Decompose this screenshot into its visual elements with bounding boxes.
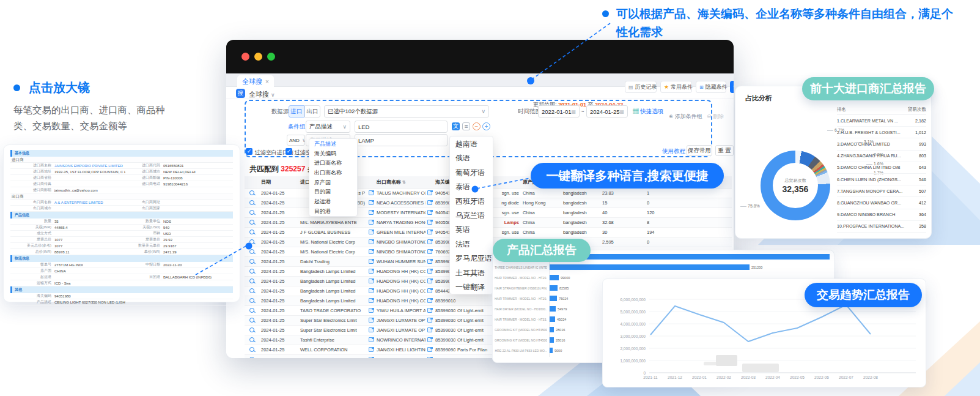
magnifier-icon[interactable] — [249, 347, 254, 352]
external-link-icon[interactable] — [369, 259, 374, 264]
lang-menu-item[interactable]: 葡萄牙语 — [450, 165, 493, 179]
lang-menu-item[interactable]: 乌克兰语 — [450, 208, 493, 222]
export-toggle[interactable]: 出口 — [304, 105, 320, 118]
external-link-icon[interactable] — [427, 239, 432, 244]
lang-menu-item[interactable]: 土耳其语 — [450, 266, 493, 280]
lang-menu-item[interactable]: 越南语 — [450, 136, 493, 151]
lang-menu-item[interactable]: 西班牙语 — [450, 194, 493, 208]
magnifier-icon[interactable] — [249, 298, 254, 303]
save-favorite-button[interactable]: 保存常用 — [687, 145, 712, 156]
magnifier-icon[interactable] — [249, 249, 254, 254]
external-link-icon[interactable] — [427, 337, 432, 342]
external-link-icon[interactable] — [369, 298, 374, 303]
translate-icon[interactable]: 文 — [452, 122, 460, 130]
external-link-icon[interactable] — [369, 288, 374, 293]
magnifier-icon[interactable] — [249, 278, 254, 283]
import-toggle[interactable]: 进口 — [289, 105, 304, 118]
magnifier-icon[interactable] — [249, 200, 254, 205]
external-link-icon[interactable] — [369, 337, 374, 342]
list-item[interactable]: 10.PROSPACE INTERNATIONA...358 — [837, 221, 926, 233]
external-link-icon[interactable] — [369, 239, 374, 244]
app-select[interactable]: 全球搜 ∨ — [249, 90, 275, 99]
list-item[interactable]: 4.ZHANGJIAGANG YIHUA RU...803 — [837, 151, 926, 162]
date-from-input[interactable]: 2022-01-01▦ — [538, 105, 580, 118]
external-link-icon[interactable] — [369, 357, 374, 359]
field-menu-item[interactable]: 目的港 — [309, 206, 357, 216]
external-link-icon[interactable] — [427, 259, 432, 264]
lang-menu-item[interactable]: 俄语 — [450, 151, 493, 165]
external-link-icon[interactable] — [369, 327, 374, 332]
external-link-icon[interactable] — [427, 220, 432, 225]
and-or-select[interactable]: AND∨ — [287, 135, 305, 146]
lang-menu-item[interactable]: 泰语 — [450, 179, 493, 193]
field-menu-item[interactable]: 产品描述 — [309, 139, 357, 149]
tutorial-link[interactable]: 使用教程 — [662, 148, 685, 155]
external-link-icon[interactable] — [427, 308, 432, 313]
external-link-icon[interactable] — [369, 318, 374, 323]
keyword-input-2[interactable]: LAMP — [355, 134, 448, 146]
delete-group[interactable]: ⊖ 删除 — [707, 113, 724, 121]
external-link-icon[interactable] — [369, 190, 374, 195]
history-button[interactable]: ▤历史记录 — [625, 81, 657, 93]
external-link-icon[interactable] — [369, 269, 374, 274]
list-item[interactable]: 8.GUANGZHOU WANBAO GR...412 — [837, 197, 926, 209]
match-mode-icon[interactable]: ≣ — [462, 122, 470, 130]
external-link-icon[interactable] — [369, 308, 374, 313]
close-tab-icon[interactable]: × — [265, 78, 269, 85]
external-link-icon[interactable] — [369, 210, 374, 215]
magnifier-icon[interactable] — [249, 337, 254, 342]
external-link-icon[interactable] — [427, 210, 432, 215]
magnifier-icon[interactable] — [249, 220, 254, 225]
list-item[interactable]: 7.TANGSHAN MONOPY CERA...507 — [837, 185, 926, 197]
list-item[interactable]: 5.DAMCO CHINA LIM ITED O/B643 — [837, 162, 926, 174]
external-link-icon[interactable] — [427, 347, 432, 352]
quick-search-button[interactable]: 快速搜索 — [730, 81, 734, 93]
field-select-1[interactable]: 产品描述∨ — [306, 121, 350, 133]
magnifier-icon[interactable] — [249, 269, 254, 274]
lang-menu-item[interactable]: 英语 — [450, 222, 493, 236]
external-link-icon[interactable] — [427, 249, 432, 254]
external-link-icon[interactable] — [427, 269, 432, 274]
tab-global-search[interactable]: 全球搜× — [237, 75, 274, 87]
external-link-icon[interactable] — [369, 220, 374, 225]
magnifier-icon[interactable] — [249, 288, 254, 293]
favorite-conditions-button[interactable]: ★常用条件 — [660, 81, 692, 93]
datasource-select[interactable]: 已选中102个数据源∨ — [324, 105, 489, 118]
close-window-icon[interactable] — [241, 53, 249, 61]
magnifier-icon[interactable] — [249, 230, 254, 234]
minimize-window-icon[interactable] — [254, 53, 262, 61]
external-link-icon[interactable] — [427, 357, 432, 359]
external-link-icon[interactable] — [369, 200, 374, 205]
date-to-input[interactable]: 2024-01-25▦ — [586, 105, 628, 118]
external-link-icon[interactable] — [427, 298, 432, 303]
quick-options-link[interactable]: ▦ 快捷选项 — [633, 108, 663, 116]
external-link-icon[interactable] — [427, 288, 432, 293]
lang-menu-item[interactable]: 罗马尼亚语 — [450, 251, 493, 265]
list-item[interactable]: 1.CLEARWATER METAL VN ...2,182 — [837, 115, 926, 127]
lang-menu-item[interactable]: 一键翻译 — [450, 280, 493, 294]
list-item[interactable]: 3.DAMCO CHINA LIMITED993 — [837, 138, 926, 150]
magnifier-icon[interactable] — [249, 308, 254, 313]
magnifier-icon[interactable] — [249, 357, 254, 359]
add-condition-group[interactable]: ⊕ 添加条件组 — [669, 113, 702, 121]
magnifier-icon[interactable] — [249, 190, 254, 195]
magnifier-icon[interactable] — [249, 259, 254, 264]
add-condition-icon[interactable]: + — [482, 122, 490, 130]
field-menu-item[interactable]: 出口商名称 — [309, 168, 357, 177]
filter-blank-exporter-checkbox[interactable]: ✓ — [286, 148, 292, 155]
remove-condition-icon[interactable]: − — [473, 122, 481, 130]
keyword-input-1[interactable]: LED — [355, 121, 448, 133]
field-menu-item[interactable]: 海关编码 — [309, 149, 357, 159]
external-link-icon[interactable] — [427, 327, 432, 332]
external-link-icon[interactable] — [369, 347, 374, 352]
field-menu-item[interactable]: 起运港 — [309, 196, 357, 206]
external-link-icon[interactable] — [369, 249, 374, 254]
field-menu-item[interactable]: 目的国 — [309, 187, 357, 196]
external-link-icon[interactable] — [369, 278, 374, 283]
external-link-icon[interactable] — [369, 230, 374, 234]
reset-button[interactable]: 重 置 — [715, 145, 734, 156]
magnifier-icon[interactable] — [249, 327, 254, 332]
list-item[interactable]: 6.CHIEN LUEN IND (ZHONGS...546 — [837, 174, 926, 185]
external-link-icon[interactable] — [427, 230, 432, 234]
list-item[interactable]: 9.DAMCO NINGBO BRANCH364 — [837, 209, 926, 221]
